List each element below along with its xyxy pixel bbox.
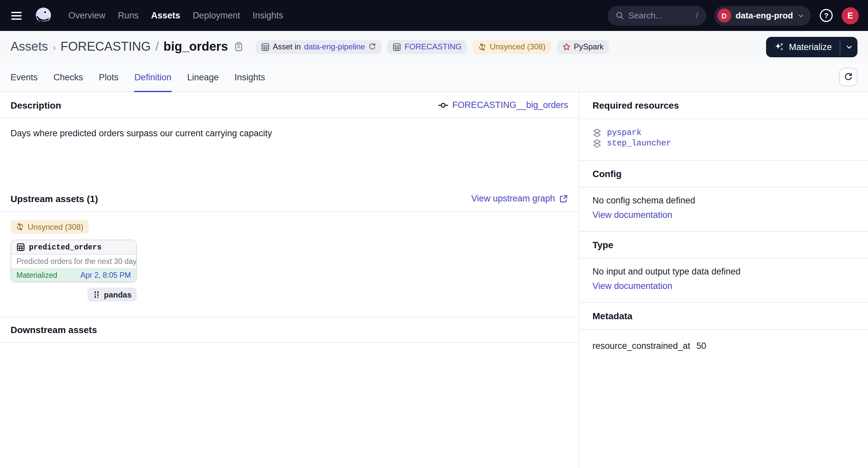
metadata-value: 50: [696, 341, 706, 351]
upstream-asset-name[interactable]: predicted_orders: [29, 243, 102, 252]
refresh-button[interactable]: [839, 68, 858, 86]
upstream-asset-description: Predicted orders for the next 30 day...: [11, 255, 136, 268]
menu-icon[interactable]: [9, 7, 26, 24]
asset-tabs: Events Checks Plots Definition Lineage I…: [10, 62, 265, 91]
nav-overview[interactable]: Overview: [68, 10, 105, 21]
materialize-label: Materialize: [789, 42, 832, 52]
pipeline-link[interactable]: data-eng-pipeline: [304, 42, 365, 51]
upstream-asset-status-row: Materialized Apr 2, 8:05 PM: [11, 268, 136, 282]
table-icon: [17, 243, 25, 252]
asset-header-row: Assets › FORECASTING / big_orders Asset …: [0, 31, 868, 62]
tab-definition[interactable]: Definition: [134, 62, 172, 91]
config-view-documentation-link[interactable]: View documentation: [592, 210, 672, 220]
metadata-row: resource_constrained_at 50: [592, 338, 855, 351]
reload-icon[interactable]: [368, 43, 376, 51]
tab-plots[interactable]: Plots: [99, 62, 119, 91]
breadcrumb-separator: ›: [53, 41, 56, 53]
resource-link-step-launcher[interactable]: step_launcher: [607, 139, 671, 148]
resource-item: step_launcher: [592, 139, 855, 148]
sync-alert-icon: [16, 223, 24, 231]
materialized-timestamp-link[interactable]: Apr 2, 8:05 PM: [81, 271, 131, 279]
unsynced-label: Unsynced (308): [490, 42, 546, 51]
clipboard-icon: [234, 41, 244, 52]
metadata-header: Metadata: [579, 303, 868, 330]
asset-tabs-row: Events Checks Plots Definition Lineage I…: [0, 62, 868, 92]
type-empty-text: No input and output type data defined: [592, 267, 855, 276]
materialize-split-button: Materialize: [766, 36, 858, 57]
breadcrumb-group: FORECASTING: [61, 39, 151, 54]
deployment-badge: D: [717, 8, 731, 22]
sparkles-icon: [774, 41, 784, 52]
type-view-documentation-link[interactable]: View documentation: [592, 281, 672, 291]
chevron-down-icon: [798, 12, 804, 19]
description-section-header: Description FORECASTING__big_orders: [0, 92, 579, 118]
group-link[interactable]: FORECASTING: [404, 42, 461, 51]
asset-in-label: Asset in: [273, 42, 301, 51]
deployment-name: data-eng-prod: [736, 10, 793, 21]
help-icon[interactable]: ?: [819, 8, 834, 23]
definition-sidebar: Required resources pyspark step_launcher…: [579, 92, 868, 468]
copy-asset-name-button[interactable]: [234, 41, 244, 52]
star-icon: [562, 42, 570, 51]
sync-alert-icon: [478, 42, 487, 51]
view-upstream-graph-link[interactable]: View upstream graph: [471, 194, 555, 203]
tab-checks[interactable]: Checks: [54, 62, 83, 91]
nav-runs[interactable]: Runs: [118, 10, 139, 21]
materialize-options-button[interactable]: [840, 36, 858, 57]
dagster-asset-page: Overview Runs Assets Deployment Insights…: [0, 0, 868, 468]
pandas-compute-tag[interactable]: pandas: [88, 288, 137, 301]
config-title: Config: [592, 169, 622, 179]
pyspark-label: PySpark: [574, 42, 603, 51]
unsynced-tag[interactable]: Unsynced (308): [473, 40, 551, 54]
chevron-down-icon: [845, 43, 852, 50]
type-header: Type: [579, 232, 868, 259]
breadcrumb-assets[interactable]: Assets: [10, 39, 48, 54]
tab-events[interactable]: Events: [10, 62, 38, 91]
nav-deployment[interactable]: Deployment: [193, 10, 240, 21]
search-shortcut-hint: /: [696, 10, 698, 21]
user-avatar[interactable]: E: [842, 7, 859, 24]
metadata-body: resource_constrained_at 50: [579, 330, 868, 361]
breadcrumb-slash: /: [156, 39, 159, 54]
group-tag[interactable]: FORECASTING: [387, 40, 467, 54]
resource-item: pyspark: [592, 128, 855, 138]
deployment-switcher[interactable]: D data-eng-prod: [714, 6, 811, 25]
downstream-section-header: Downstream assets: [0, 317, 579, 343]
tab-lineage[interactable]: Lineage: [187, 62, 219, 91]
top-navigation-bar: Overview Runs Assets Deployment Insights…: [0, 0, 868, 31]
job-link[interactable]: FORECASTING__big_orders: [452, 100, 568, 110]
layers-icon: [592, 139, 602, 148]
downstream-title: Downstream assets: [10, 324, 97, 335]
dagster-logo-icon[interactable]: [34, 6, 53, 25]
config-body: No config schema defined View documentat…: [579, 187, 868, 232]
upstream-section-header: Upstream assets (1) View upstream graph: [0, 186, 579, 212]
type-title: Type: [592, 240, 613, 250]
asset-in-pipeline-tag[interactable]: Asset in data-eng-pipeline: [256, 40, 382, 54]
config-header: Config: [579, 160, 868, 187]
required-resources-header: Required resources: [579, 92, 868, 119]
upstream-assets-body: Unsynced (308) predicted_orders Predicte…: [0, 212, 579, 317]
external-link-icon: [559, 194, 568, 203]
upstream-unsynced-badge[interactable]: Unsynced (308): [10, 220, 88, 234]
description-title: Description: [10, 100, 61, 110]
search-icon: [615, 11, 624, 20]
required-resources-body: pyspark step_launcher: [579, 119, 868, 160]
nav-assets[interactable]: Assets: [151, 10, 181, 21]
config-empty-text: No config schema defined: [592, 196, 855, 205]
resource-link-pyspark[interactable]: pyspark: [607, 128, 642, 138]
search-input[interactable]: Search... /: [607, 6, 706, 25]
table-icon: [261, 42, 270, 51]
tab-insights[interactable]: Insights: [235, 62, 265, 91]
materialize-button[interactable]: Materialize: [766, 36, 840, 57]
metadata-title: Metadata: [592, 311, 632, 321]
pandas-label: pandas: [104, 290, 131, 299]
asset-tags: Asset in data-eng-pipeline FORECASTING U…: [256, 40, 609, 54]
definition-main-column: Description FORECASTING__big_orders Days…: [0, 92, 579, 468]
layers-icon: [592, 128, 602, 138]
nav-insights[interactable]: Insights: [252, 10, 283, 21]
upstream-title: Upstream assets (1): [10, 193, 98, 204]
refresh-icon: [844, 72, 853, 82]
upstream-asset-card[interactable]: predicted_orders Predicted orders for th…: [10, 240, 137, 282]
pyspark-tag[interactable]: PySpark: [557, 40, 609, 54]
search-placeholder: Search...: [628, 10, 691, 21]
